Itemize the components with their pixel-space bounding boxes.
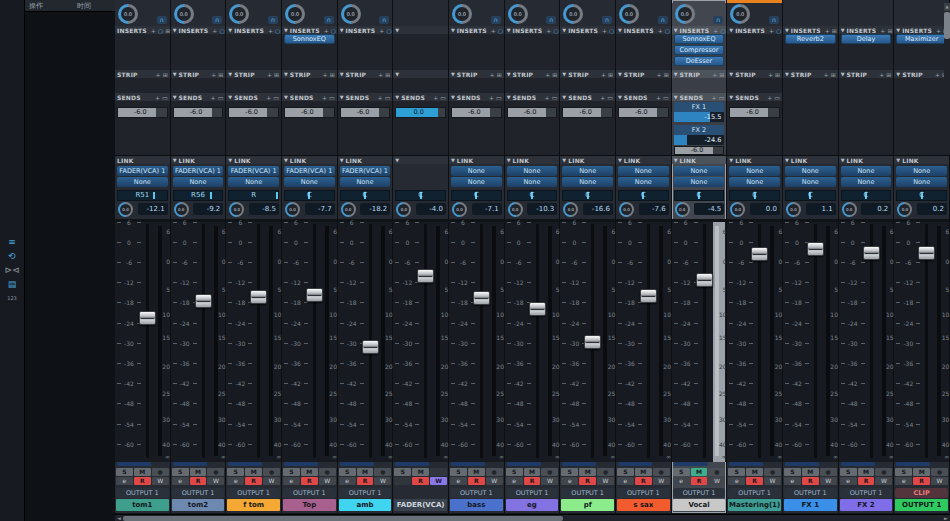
rack-options-icon[interactable]: ▭ [607,94,613,101]
pan-control[interactable]: C [896,190,947,201]
rack-options-icon[interactable]: ⊞ [608,71,613,78]
inserts-header[interactable]: ▼INSERTS+○⊞ [560,26,615,34]
section-fold-icon[interactable]: ▼ [284,27,288,33]
section-fold-icon[interactable]: ▼ [284,94,288,100]
read-automation-button[interactable]: R [134,477,151,485]
link-header[interactable]: ▼LINK [226,156,281,164]
section-fold-icon[interactable]: ▼ [507,27,511,33]
edit-button[interactable]: e [895,477,912,485]
solo-button[interactable]: S [561,468,578,476]
clip-indicator[interactable]: CLIP [895,488,948,498]
add-slot-icon[interactable]: + [151,27,156,34]
fader-track[interactable] [647,224,650,458]
inserts-header[interactable]: ▼ [393,26,448,34]
bypass-icon[interactable]: ○ [498,27,503,34]
add-slot-icon[interactable]: + [378,71,383,78]
fader-track[interactable] [536,224,539,458]
edit-button[interactable]: e [506,477,523,485]
strip-header[interactable]: STRIP+⊞ [115,70,170,78]
read-automation-button[interactable]: R [691,477,708,485]
add-slot-icon[interactable]: + [546,27,551,34]
mute-button[interactable]: M [134,468,151,476]
gain-knob[interactable]: 0.0 [285,4,305,24]
rack-options-icon[interactable]: ⊞ [330,71,335,78]
listen-icon[interactable]: ∩ [769,16,779,24]
rack-options-icon[interactable]: ⊞ [497,71,502,78]
read-automation-button[interactable]: R [858,477,875,485]
mute-button[interactable]: M [579,468,596,476]
input-gain-knob[interactable]: 0.0 [786,202,801,217]
inserts-header[interactable]: ▼INSERTS+○⊞ [171,26,226,34]
bypass-icon[interactable]: ○ [275,27,280,34]
input-gain-knob[interactable]: 0.0 [675,202,690,217]
add-slot-icon[interactable]: + [825,27,830,34]
solo-button[interactable]: S [116,468,133,476]
solo-button[interactable]: S [339,468,356,476]
edit-button[interactable]: e [283,477,300,485]
gain-knob[interactable]: 0.0 [452,4,472,24]
fader-cap[interactable] [696,273,713,287]
add-slot-icon[interactable]: + [211,94,216,101]
strip-header[interactable]: ▼STRIP+⊞ [839,70,894,78]
section-fold-icon[interactable]: ▼ [562,27,566,33]
link-slot-2[interactable]: None [896,177,947,187]
strip-header[interactable]: ▼STRIP+⊞ [282,70,337,78]
pan-control[interactable]: C [841,190,892,201]
input-gain-knob[interactable]: 0.0 [508,202,523,217]
add-slot-icon[interactable]: + [600,94,605,101]
section-fold-icon[interactable]: ▼ [896,71,900,77]
section-fold-icon[interactable]: ▼ [340,27,344,33]
sends-header[interactable]: ▼SENDS+▭ [672,93,727,101]
fader-track[interactable] [814,224,817,458]
bypass-icon[interactable]: ○ [331,27,336,34]
inserts-header[interactable]: ▼INSERTS+○⊞ [449,26,504,34]
add-slot-icon[interactable]: + [879,71,884,78]
insert-slot-maximizer[interactable]: Maximizer [896,34,947,44]
section-fold-icon[interactable]: ▼ [841,27,845,33]
output-routing[interactable]: OUTPUT 1 [784,488,837,498]
fader-track[interactable] [424,224,427,458]
channel-name[interactable]: f tom [227,499,280,511]
send-slot[interactable]: -6.0 [729,107,780,118]
link-slot-1[interactable]: FADER(VCA) 1 [284,166,335,176]
link-slot-2[interactable]: None [117,177,168,187]
add-slot-icon[interactable]: + [880,27,885,34]
section-fold-icon[interactable]: ▼ [451,27,455,33]
mute-button[interactable]: M [412,468,429,476]
inserts-header[interactable]: ▼INSERTS+⊞ [839,26,894,34]
section-fold-icon[interactable]: ▼ [451,157,455,163]
solo-button[interactable]: S [840,468,857,476]
record-button[interactable]: ● [486,468,503,476]
strip-header[interactable]: ▼STRIP+⊞ [505,70,560,78]
pan-control[interactable]: C [284,190,335,201]
record-button[interactable]: ● [708,468,725,476]
gain-knob[interactable]: 0.0 [174,4,194,24]
strip-header[interactable]: ▼STRIP+⊞ [616,70,671,78]
link-header[interactable]: ▼LINK [616,156,671,164]
fader-cap[interactable] [139,311,156,325]
read-automation-button[interactable]: R [468,477,485,485]
link-slot-1[interactable]: None [451,166,502,176]
section-fold-icon[interactable]: ▼ [618,71,622,77]
section-fold-icon[interactable]: ▼ [729,94,733,100]
channel-level-value[interactable]: -10.3 [527,203,557,215]
channel-name[interactable]: Mastering(1) [728,499,781,511]
record-button[interactable]: ● [931,468,948,476]
write-automation-button[interactable]: W [875,477,892,485]
rack-options-icon[interactable]: ▭ [218,94,224,101]
link-slot-2[interactable]: None [841,177,892,187]
solo-button[interactable]: S [394,468,411,476]
channel-level-value[interactable]: -7.7 [305,203,335,215]
section-fold-icon[interactable]: ▼ [284,71,288,77]
pan-control[interactable]: R56 [173,190,224,201]
add-slot-icon[interactable]: + [155,94,160,101]
read-automation-button[interactable]: R [802,477,819,485]
inserts-header[interactable]: ▼INSERTS+⊞ [783,26,838,34]
add-slot-icon[interactable]: + [323,71,328,78]
link-slot-2[interactable]: None [729,177,780,187]
section-fold-icon[interactable]: ▼ [674,27,678,33]
add-slot-icon[interactable]: + [268,27,273,34]
write-automation-button[interactable]: W [931,477,948,485]
rack-options-icon[interactable]: ▭ [385,94,391,101]
link-header[interactable]: ▼LINK [338,156,393,164]
